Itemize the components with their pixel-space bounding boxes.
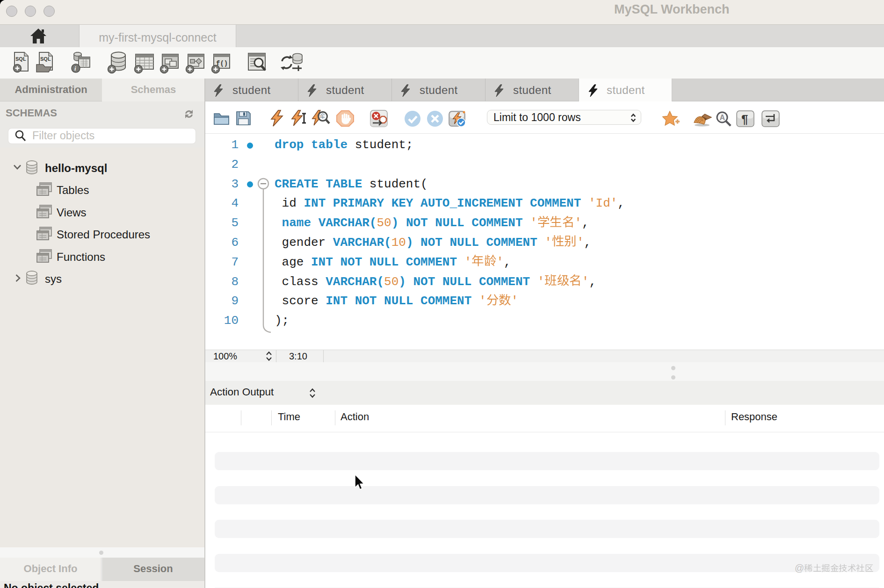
svg-text:SQL: SQL: [40, 56, 51, 62]
svg-text:¶: ¶: [741, 112, 748, 126]
svg-text:SQL: SQL: [15, 56, 26, 62]
svg-text:A: A: [720, 114, 725, 122]
svg-text:i: i: [74, 65, 76, 72]
